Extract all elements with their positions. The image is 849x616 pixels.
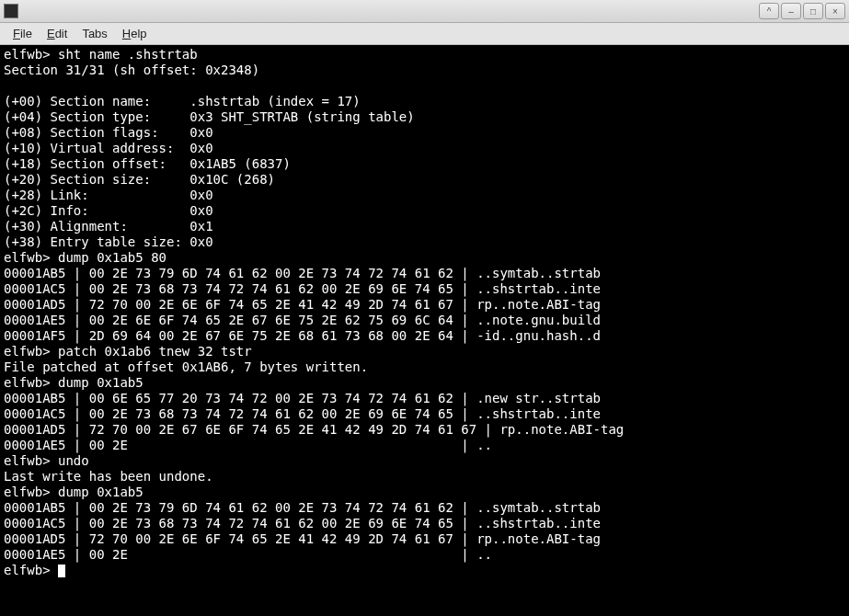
window-close-button[interactable]: × [825, 3, 845, 19]
terminal-line: (+10) Virtual address: 0x0 [4, 141, 845, 156]
window-up-button[interactable]: ^ [759, 3, 779, 19]
terminal-line: (+00) Section name: .shstrtab (index = 1… [4, 94, 845, 109]
terminal-line: (+38) Entry table size: 0x0 [4, 234, 845, 250]
terminal-line: elfwb> dump 0x1ab5 [4, 485, 845, 500]
terminal-line: elfwb> dump 0x1ab5 [4, 375, 845, 391]
terminal-line: 00001AB5 | 00 6E 65 77 20 73 74 72 00 2E… [4, 391, 845, 406]
terminal-line: (+2C) Info: 0x0 [4, 203, 845, 219]
window-controls: ^ – □ × [759, 3, 845, 19]
terminal-icon [4, 4, 18, 18]
terminal-line: File patched at offset 0x1AB6, 7 bytes w… [4, 359, 845, 375]
terminal-line: 00001AD5 | 72 70 00 2E 67 6E 6F 74 65 2E… [4, 422, 845, 438]
window-titlebar: ^ – □ × [0, 0, 849, 23]
menu-help-rest: elp [131, 27, 146, 40]
terminal-line: (+18) Section offset: 0x1AB5 (6837) [4, 156, 845, 172]
terminal-line: elfwb> undo [4, 453, 845, 469]
terminal-line: 00001AE5 | 00 2E 6E 6F 74 65 2E 67 6E 75… [4, 313, 845, 328]
terminal-line: 00001AC5 | 00 2E 73 68 73 74 72 74 61 62… [4, 406, 845, 422]
terminal-line: elfwb> dump 0x1ab5 80 [4, 250, 845, 266]
terminal-line: 00001AC5 | 00 2E 73 68 73 74 72 74 61 62… [4, 281, 845, 297]
terminal-line: 00001AC5 | 00 2E 73 68 73 74 72 74 61 62… [4, 516, 845, 531]
terminal-line: elfwb> patch 0x1ab6 tnew 32 tstr [4, 344, 845, 359]
terminal-output[interactable]: elfwb> sht name .shstrtabSection 31/31 (… [0, 45, 849, 616]
terminal-line: 00001AE5 | 00 2E | .. [4, 438, 845, 453]
menu-file[interactable]: File [6, 25, 40, 42]
menu-help[interactable]: Help [115, 25, 155, 42]
terminal-cursor [58, 565, 65, 577]
menu-tabs-text: Tabs [82, 27, 107, 40]
menu-edit[interactable]: Edit [40, 25, 75, 42]
terminal-line: elfwb> [4, 563, 845, 578]
window-minimize-button[interactable]: – [781, 3, 801, 19]
terminal-line: Last write has been undone. [4, 469, 845, 485]
terminal-line: 00001AD5 | 72 70 00 2E 6E 6F 74 65 2E 41… [4, 531, 845, 547]
terminal-line: (+30) Alignment: 0x1 [4, 219, 845, 234]
window-maximize-button[interactable]: □ [803, 3, 823, 19]
terminal-line: 00001AF5 | 2D 69 64 00 2E 67 6E 75 2E 68… [4, 328, 845, 344]
menubar: File Edit Tabs Help [0, 23, 849, 45]
terminal-line: 00001AB5 | 00 2E 73 79 6D 74 61 62 00 2E… [4, 500, 845, 516]
terminal-line: 00001AB5 | 00 2E 73 79 6D 74 61 62 00 2E… [4, 266, 845, 281]
menu-edit-rest: dit [55, 27, 68, 40]
terminal-line [4, 78, 845, 94]
terminal-line: (+08) Section flags: 0x0 [4, 125, 845, 141]
terminal-line: (+28) Link: 0x0 [4, 188, 845, 203]
terminal-line: Section 31/31 (sh offset: 0x2348) [4, 63, 845, 78]
terminal-line: (+20) Section size: 0x10C (268) [4, 172, 845, 188]
terminal-line: 00001AD5 | 72 70 00 2E 6E 6F 74 65 2E 41… [4, 297, 845, 313]
menu-tabs[interactable]: Tabs [75, 25, 114, 42]
terminal-line: 00001AE5 | 00 2E | .. [4, 547, 845, 563]
terminal-line: elfwb> sht name .shstrtab [4, 47, 845, 63]
terminal-line: (+04) Section type: 0x3 SHT_STRTAB (stri… [4, 109, 845, 125]
menu-file-rest: ile [20, 27, 32, 40]
